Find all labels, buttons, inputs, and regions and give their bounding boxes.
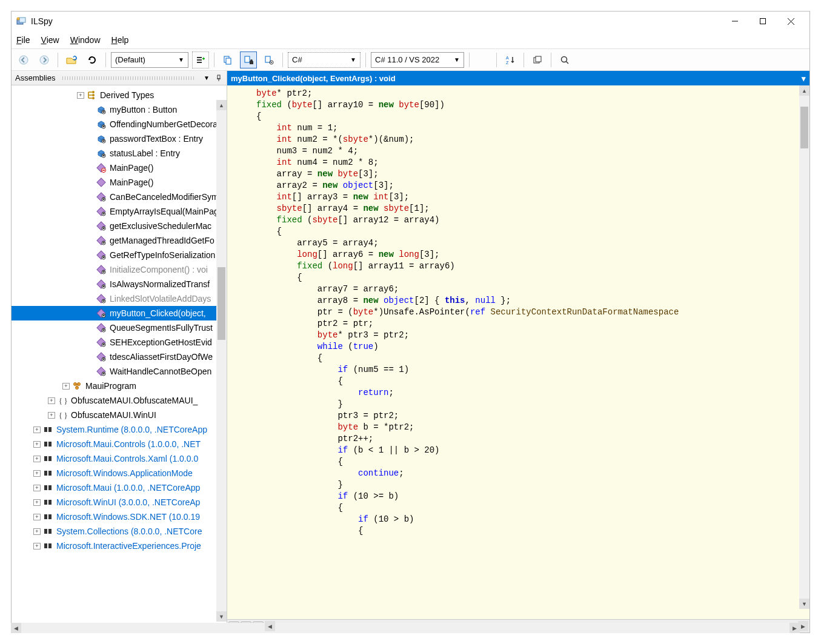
svg-rect-107 [48,543,52,548]
settings-filter-button[interactable] [261,51,278,68]
titlebar: ILSpy [12,12,809,31]
maximize-button[interactable] [749,12,777,31]
tree-item[interactable]: OffendingNumberGetDecorat [12,117,227,131]
tree-item[interactable]: myButton : Button [12,102,227,117]
assemblies-tree[interactable]: +Derived TypesmyButton : ButtonOffending… [12,85,227,632]
svg-rect-13 [203,57,204,59]
sidebar: Assemblies ▼ +Derived TypesmyButton : Bu… [12,71,227,632]
language-combo[interactable]: C#▼ [288,52,361,68]
svg-rect-61 [103,271,105,273]
tree-item[interactable]: +Microsoft.InteractiveExperiences.Proje [12,539,227,553]
code-viewer[interactable]: byte* ptr2; fixed (byte[] array10 = new … [227,85,809,619]
field-icon [96,105,107,115]
menu-view[interactable]: View [41,35,59,45]
tree-item[interactable]: statusLabel : Entry [12,146,227,161]
tree-expander[interactable]: + [33,456,41,462]
asm-icon [43,454,54,463]
tree-item[interactable]: EmptyArrayIsEqual(MainPag [12,204,227,219]
tree-item[interactable]: IsAlwaysNormalizedTransf [12,277,227,291]
tree-item[interactable]: +Microsoft.Maui.Controls (1.0.0.0, .NET [12,437,227,451]
code-scroll-left[interactable]: ◀ [265,621,275,631]
tree-item[interactable]: QueueSegmentIsFullyTrust [12,320,227,335]
menu-window[interactable]: Window [70,35,101,45]
tree-item-label: QueueSegmentIsFullyTrust [110,323,213,333]
tab-menu-button[interactable]: ▾ [802,74,806,83]
menu-help[interactable]: Help [111,35,129,45]
tree-item[interactable]: +MauiProgram [12,379,227,393]
lock-filter-button[interactable] [240,51,257,68]
svg-rect-79 [103,359,105,360]
svg-rect-1 [19,18,25,22]
tree-expander[interactable]: + [48,412,55,419]
tree-item[interactable]: +Microsoft.WinUI (3.0.0.0, .NETCoreAp [12,495,227,510]
tree-item[interactable]: +Microsoft.Windows.SDK.NET (10.0.19 [12,510,227,524]
tree-item[interactable]: +Derived Types [12,88,227,102]
tree-expander[interactable]: + [77,92,84,99]
tree-item-label: Microsoft.Maui (1.0.0.0, .NETCoreApp [56,483,200,493]
tree-expander[interactable]: + [33,485,41,491]
code-scroll-right[interactable]: ▶ [798,621,808,631]
ctor-ov-icon [96,163,107,173]
menu-file[interactable]: File [16,35,30,45]
tree-item[interactable]: CanBeCanceledModifierSym [12,190,227,204]
tree-expander[interactable]: + [48,397,55,404]
tree-item[interactable]: InitializeComponent() : voi [12,262,227,277]
tree-item[interactable]: MainPage() [12,175,227,190]
svg-rect-52 [103,228,105,229]
back-button[interactable] [15,51,32,68]
tree-expander[interactable]: + [33,499,41,506]
open-button[interactable] [63,51,80,68]
tree-item[interactable]: GetRefTypeInfoSerialization [12,248,227,262]
minimize-button[interactable] [721,12,749,31]
add-list-button[interactable] [192,51,209,68]
tree-expander[interactable]: + [33,427,41,433]
config-combo[interactable]: (Default)▼ [111,52,188,68]
tree-expander[interactable]: + [33,514,41,520]
svg-rect-94 [44,456,47,461]
tree-item-label: myButton_Clicked(object, [110,308,206,318]
tree-item[interactable]: +Microsoft.Windows.ApplicationMode [12,466,227,480]
svg-rect-73 [103,330,105,331]
language-version-combo[interactable]: C# 11.0 / VS 2022▼ [371,52,464,68]
tree-expander[interactable]: + [33,543,41,549]
refresh-button[interactable] [84,51,101,68]
tree-expander[interactable]: + [33,470,41,477]
tree-item[interactable]: tdescAliassetFirstDayOfWe [12,350,227,364]
svg-rect-67 [103,300,105,302]
tree-item[interactable]: +System.Collections (8.0.0.0, .NETCore [12,524,227,539]
tree-item[interactable]: getManagedThreadIdGetFo [12,233,227,248]
tree-item-label: IsAlwaysNormalizedTransf [110,279,210,289]
windows-button[interactable] [529,51,546,68]
copy-button[interactable] [219,51,236,68]
code-scrollbar-vertical[interactable]: ▲ ▼ [799,85,809,609]
tree-item[interactable]: MainPage() [12,161,227,175]
tree-item[interactable]: SEHExceptionGetHostEvid [12,335,227,350]
tree-item[interactable]: myButton_Clicked(object, [12,306,227,320]
tree-item[interactable]: +System.Runtime (8.0.0.0, .NETCoreApp [12,422,227,437]
tree-expander[interactable]: + [62,383,70,390]
tree-item[interactable]: LinkedSlotVolatileAddDays [12,291,227,306]
tree-item[interactable]: passwordTextBox : Entry [12,131,227,146]
tree-item[interactable]: +Microsoft.Maui.Controls.Xaml (1.0.0.0 [12,451,227,466]
forward-button[interactable] [36,51,53,68]
tree-item[interactable]: +Microsoft.Maui (1.0.0.0, .NETCoreApp [12,480,227,495]
tree-item[interactable]: getExclusiveSchedulerMac [12,219,227,233]
svg-rect-90 [44,427,47,432]
tree-item[interactable]: +{ }ObfuscateMAUI.ObfuscateMAUI_ [12,393,227,408]
sort-button[interactable]: AZ [502,51,519,68]
theme-button[interactable] [474,51,491,68]
close-button[interactable] [777,12,805,31]
tree-item-label: CanBeCanceledModifierSym [110,192,219,202]
tree-item-label: Microsoft.Maui.Controls.Xaml (1.0.0.0 [56,454,198,463]
tree-item[interactable]: WaitHandleCannotBeOpen [12,364,227,379]
tree-item-label: Derived Types [100,90,154,100]
sidebar-pin-button[interactable] [214,74,223,82]
svg-rect-102 [44,514,47,519]
tree-scrollbar-vertical[interactable]: ▲ ▼ [216,100,227,622]
sidebar-dropdown-button[interactable]: ▼ [202,74,211,82]
tree-expander[interactable]: + [33,528,41,535]
active-tab[interactable]: myButton_Clicked(object, EventArgs) : vo… [231,74,396,83]
search-button[interactable] [556,51,573,68]
tree-expander[interactable]: + [33,441,41,448]
tree-item[interactable]: +{ }ObfuscateMAUI.WinUI [12,408,227,422]
